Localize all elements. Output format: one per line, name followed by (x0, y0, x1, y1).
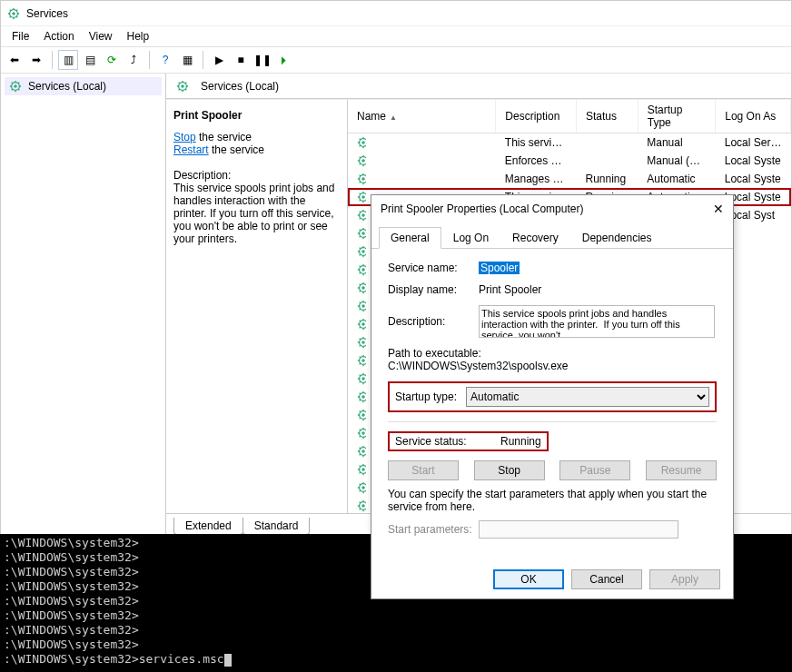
col-startup[interactable]: Startup Type (638, 100, 715, 133)
start-parameters-label: Start parameters: (388, 523, 479, 536)
list-icon[interactable]: ▦ (177, 50, 197, 70)
path-value: C:\WINDOWS\System32\spoolsv.exe (388, 360, 717, 372)
gear-icon (357, 190, 366, 204)
menubar: File Action View Help (1, 26, 791, 46)
gear-icon (357, 281, 366, 295)
param-help-text: You can specify the start parameters tha… (388, 488, 717, 513)
table-row[interactable]: Portable Device Enumerat...Enforces gr..… (348, 152, 791, 170)
gear-icon (357, 390, 366, 404)
service-name-label: Service name: (388, 262, 479, 274)
apply-button: Apply (649, 569, 720, 589)
startup-type-label: Startup type: (395, 390, 457, 403)
nav-services-local[interactable]: Services (Local) (5, 77, 162, 95)
gear-icon (357, 444, 366, 459)
display-name-label: Display name: (388, 283, 479, 296)
col-description[interactable]: Description (496, 100, 577, 133)
gear-icon (357, 480, 366, 495)
tab-extended[interactable]: Extended (173, 518, 243, 535)
tab-standard[interactable]: Standard (243, 518, 311, 535)
stop-icon[interactable]: ■ (231, 50, 251, 70)
content-title: Services (Local) (201, 80, 279, 93)
path-label: Path to executable: (388, 347, 717, 360)
gear-icon (357, 153, 366, 168)
content-header: Services (Local) (166, 74, 791, 99)
close-icon[interactable]: ✕ (713, 202, 724, 216)
gear-icon (357, 317, 366, 331)
service-status-label: Service status: (395, 435, 486, 448)
nav-label: Services (Local) (28, 80, 106, 93)
titlebar[interactable]: Services (1, 1, 791, 26)
gear-icon (357, 135, 366, 150)
refresh-icon[interactable]: ⟳ (102, 50, 122, 70)
table-row[interactable]: PNRP Machine Name Pub...This service ...… (348, 133, 791, 153)
gear-icon (357, 462, 366, 477)
toolbar: ⬅ ➡ ▥ ▤ ⟳ ⤴ ? ▦ ▶ ■ ❚❚ ⏵ (1, 46, 791, 74)
gear-icon (175, 79, 190, 94)
gear-icon (357, 299, 366, 313)
help-icon[interactable]: ? (155, 50, 175, 70)
gear-icon (357, 371, 366, 386)
restart-icon[interactable]: ⏵ (274, 50, 294, 70)
selected-service-name: Print Spooler (173, 109, 340, 122)
menu-help[interactable]: Help (120, 30, 157, 43)
stop-button[interactable]: Stop (474, 460, 545, 480)
gear-icon (357, 426, 366, 440)
back-icon[interactable]: ⬅ (5, 50, 25, 70)
gear-icon (357, 499, 366, 513)
resume-button: Resume (646, 460, 717, 480)
gear-icon (357, 172, 366, 186)
services-icon (6, 6, 21, 21)
menu-file[interactable]: File (5, 30, 36, 43)
tab-logon[interactable]: Log On (441, 227, 500, 249)
forward-icon[interactable]: ➡ (26, 50, 46, 70)
ok-button[interactable]: OK (493, 569, 564, 589)
pause-button: Pause (559, 460, 630, 480)
desc-text: This service spools print jobs and handl… (173, 182, 340, 245)
service-name-value[interactable]: Spooler (479, 262, 520, 274)
status-highlight: Service status: Running (388, 431, 549, 451)
gear-icon (357, 353, 366, 368)
export-icon[interactable]: ⤴ (124, 50, 144, 70)
cancel-button[interactable]: Cancel (571, 569, 642, 589)
window-title: Services (26, 7, 68, 20)
tab-recovery[interactable]: Recovery (500, 227, 570, 249)
dialog-tabs: General Log On Recovery Dependencies (371, 226, 733, 249)
restart-link[interactable]: Restart (173, 143, 209, 156)
gear-icon (8, 79, 23, 94)
col-logon[interactable]: Log On As (716, 100, 791, 133)
play-icon[interactable]: ▶ (209, 50, 229, 70)
gear-icon (357, 408, 366, 422)
description-pane: Print Spooler Stop the service Restart t… (166, 100, 348, 513)
properties-icon[interactable]: ▤ (80, 50, 100, 70)
col-name[interactable]: Name▲ (348, 100, 496, 133)
startup-highlight: Startup type: Automatic (388, 381, 717, 412)
tab-dependencies[interactable]: Dependencies (570, 227, 664, 249)
desc-label: Description: (173, 169, 340, 182)
dialog-title: Print Spooler Properties (Local Computer… (381, 203, 583, 215)
col-status[interactable]: Status (576, 100, 638, 133)
menu-view[interactable]: View (82, 30, 120, 43)
gear-icon (357, 208, 366, 222)
gear-icon (357, 262, 366, 277)
startup-type-select[interactable]: Automatic (466, 387, 709, 407)
nav-tree: Services (Local) (1, 74, 166, 535)
description-textarea[interactable] (479, 305, 715, 338)
start-parameters-input (479, 520, 678, 539)
service-status-value: Running (500, 435, 541, 448)
gear-icon (357, 335, 366, 350)
tab-general[interactable]: General (379, 227, 441, 249)
stop-link[interactable]: Stop (173, 131, 196, 143)
pause-icon[interactable]: ❚❚ (252, 50, 272, 70)
table-row[interactable]: PowerManages p...RunningAutomaticLocal S… (348, 170, 791, 188)
gear-icon (357, 244, 366, 259)
show-hide-icon[interactable]: ▥ (58, 50, 78, 70)
properties-dialog: Print Spooler Properties (Local Computer… (371, 194, 734, 599)
gear-icon (357, 226, 366, 241)
display-name-value: Print Spooler (479, 283, 717, 296)
start-button: Start (388, 460, 459, 480)
description-label: Description: (388, 315, 479, 328)
menu-action[interactable]: Action (36, 30, 81, 43)
